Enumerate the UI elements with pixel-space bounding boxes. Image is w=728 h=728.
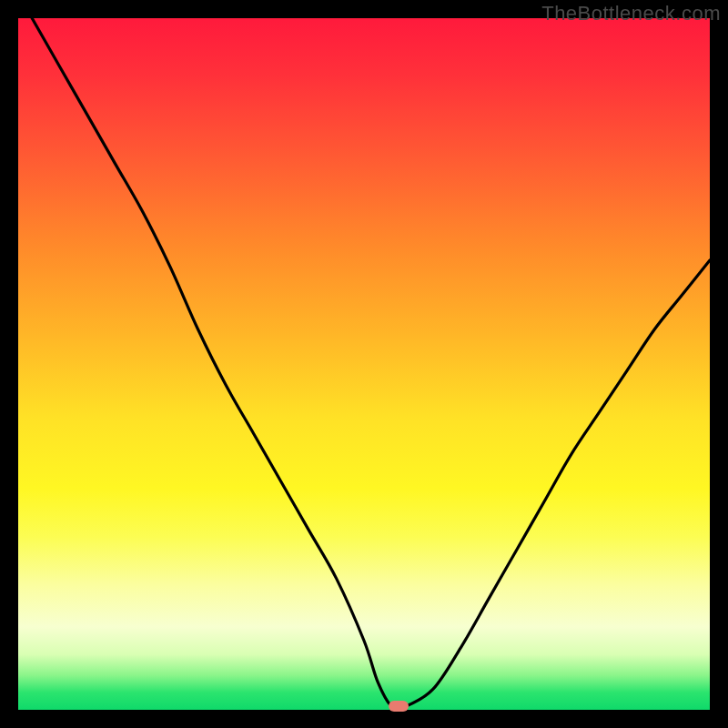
plot-area (18, 18, 710, 710)
minimum-marker (389, 701, 409, 712)
bottleneck-curve (18, 18, 710, 710)
chart-frame: TheBottleneck.com (0, 0, 728, 728)
watermark-text: TheBottleneck.com (541, 2, 721, 25)
